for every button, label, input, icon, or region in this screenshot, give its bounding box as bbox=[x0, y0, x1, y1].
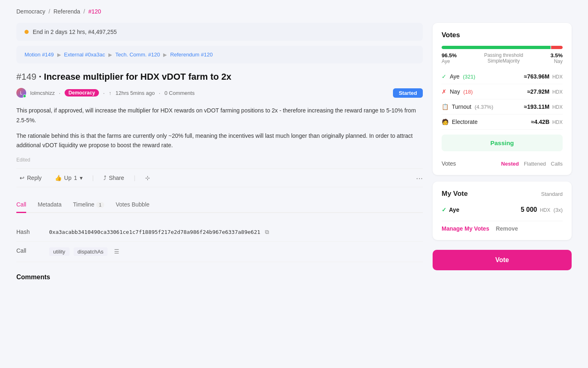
vote-button[interactable]: Vote bbox=[433, 250, 572, 270]
tab-bar: Call Metadata Timeline1 Votes Bubble bbox=[16, 197, 423, 213]
chain-breadcrumb: Motion #149 ▶ External #0xa3ac ▶ Tech. C… bbox=[16, 46, 423, 63]
nay-count: (18) bbox=[463, 89, 473, 95]
aye-amount: ≈763.96M bbox=[524, 73, 550, 80]
aye-pct: 96.5% bbox=[442, 52, 457, 58]
electorate-vote-row: 🧑 Electorate ≈4.42B HDX bbox=[442, 114, 563, 130]
sidebar: Votes 96.5% Aye Passing thre bbox=[433, 23, 572, 270]
breadcrumb: Democracy / Referenda / #120 bbox=[16, 8, 572, 15]
nay-x-icon: ✗ bbox=[442, 88, 447, 95]
drag-handle[interactable]: ⊹ bbox=[142, 173, 153, 183]
votes-tab-nested[interactable]: Nested bbox=[501, 161, 519, 167]
vote-bar-aye bbox=[442, 46, 550, 49]
time-ago: 12hrs 5mins ago bbox=[115, 90, 155, 96]
electorate-currency: HDX bbox=[552, 119, 563, 125]
turnout-amount: ≈193.11M bbox=[524, 103, 550, 110]
manage-my-votes-button[interactable]: Manage My Votes bbox=[442, 225, 489, 232]
chain-referendum[interactable]: Referendum #120 bbox=[170, 52, 213, 58]
my-vote-multiplier: (3x) bbox=[554, 207, 563, 213]
chain-motion[interactable]: Motion #149 bbox=[25, 52, 54, 58]
nay-pct: 3.5% bbox=[550, 52, 563, 58]
tag-utility: utility bbox=[49, 247, 70, 256]
threshold-type: SimpleMajority bbox=[484, 58, 523, 64]
reply-button[interactable]: ↩ Reply bbox=[16, 173, 45, 183]
votes-tab-flattened[interactable]: Flattened bbox=[524, 161, 546, 167]
list-icon: ☰ bbox=[114, 248, 119, 255]
threshold-label: Passing threshold bbox=[484, 52, 523, 58]
timer-text: End in 2 days 12 hrs, #4,497,255 bbox=[33, 29, 117, 35]
tab-votes-bubble[interactable]: Votes Bubble bbox=[116, 197, 150, 213]
content-area: End in 2 days 12 hrs, #4,497,255 Motion … bbox=[16, 23, 423, 281]
my-vote-card: My Vote Standard ✓ Aye 5 000 HDX (3x) Ma bbox=[433, 182, 572, 240]
passing-banner: Passing bbox=[442, 135, 563, 151]
votes-footer-label: Votes bbox=[442, 160, 456, 167]
standard-label: Standard bbox=[541, 191, 563, 197]
my-vote-row: ✓ Aye 5 000 HDX (3x) bbox=[442, 204, 563, 216]
tab-metadata[interactable]: Metadata bbox=[38, 197, 61, 213]
thumbsup-icon: 👍 bbox=[55, 175, 62, 181]
category-badge: Democracy bbox=[65, 89, 99, 96]
hash-label: Hash bbox=[16, 223, 49, 242]
turnout-currency: HDX bbox=[552, 104, 563, 110]
nay-amount: ≈27.92M bbox=[527, 88, 549, 95]
proposal-title: #149 · Increase multiplier for HDX vDOT … bbox=[16, 72, 423, 82]
comment-count: 0 Comments bbox=[164, 90, 195, 96]
chevron-down-icon: ▾ bbox=[80, 175, 83, 181]
breadcrumb-democracy[interactable]: Democracy bbox=[16, 8, 45, 15]
status-badge: Started bbox=[393, 88, 423, 98]
more-options-button[interactable]: ··· bbox=[416, 173, 423, 183]
aye-vote-row: ✓ Aye (321) ≈763.96M HDX bbox=[442, 69, 563, 84]
author-name: lolmcshizz bbox=[30, 90, 55, 96]
share-icon: ⤴ bbox=[103, 175, 106, 181]
turnout-vote-row: 📋 Turnout (4.37%) ≈193.11M HDX bbox=[442, 99, 563, 114]
hash-value: 0xa3acabb3410490ca33061ce1c7f18895f217e2… bbox=[49, 229, 260, 235]
nay-currency: HDX bbox=[552, 89, 563, 95]
timer-banner: End in 2 days 12 hrs, #4,497,255 bbox=[16, 23, 423, 41]
remove-vote-button[interactable]: Remove bbox=[496, 225, 518, 232]
breadcrumb-referenda[interactable]: Referenda bbox=[54, 8, 80, 15]
votes-card: Votes 96.5% Aye Passing thre bbox=[433, 23, 572, 175]
tab-timeline[interactable]: Timeline1 bbox=[73, 197, 105, 213]
copy-hash-button[interactable]: ⧉ bbox=[265, 229, 269, 236]
share-button[interactable]: ⤴ Share bbox=[100, 173, 127, 183]
votes-tab-calls[interactable]: Calls bbox=[551, 161, 563, 167]
action-bar: ↩ Reply 👍 Up 1 ▾ | ⤴ Share | ⊹ · bbox=[16, 168, 423, 187]
chain-external[interactable]: External #0xa3ac bbox=[64, 52, 105, 58]
tab-call[interactable]: Call bbox=[16, 197, 26, 213]
edited-label: Edited bbox=[16, 157, 423, 163]
aye-count: (321) bbox=[463, 74, 475, 80]
turnout-label: Turnout bbox=[452, 103, 471, 110]
nay-label: Nay bbox=[550, 58, 563, 64]
vote-bar bbox=[442, 46, 563, 49]
nay-vote-row: ✗ Nay (18) ≈27.92M HDX bbox=[442, 84, 563, 99]
trend-icon: ↑ bbox=[109, 90, 112, 96]
aye-vote-label: Aye bbox=[450, 73, 460, 80]
reply-icon: ↩ bbox=[20, 175, 25, 181]
electorate-label: Electorate bbox=[452, 119, 478, 125]
my-vote-header: My Vote Standard bbox=[442, 190, 563, 198]
chain-tech-comm[interactable]: Tech. Comm. #120 bbox=[115, 52, 160, 58]
verified-dot bbox=[23, 94, 26, 98]
timer-dot bbox=[25, 30, 29, 34]
my-vote-amount: 5 000 bbox=[521, 206, 537, 213]
call-detail-table: Hash 0xa3acabb3410490ca33061ce1c7f18895f… bbox=[16, 223, 423, 262]
votes-title: Votes bbox=[442, 31, 563, 39]
votes-footer: Votes Nested Flattened Calls bbox=[442, 157, 563, 167]
aye-label: Aye bbox=[442, 58, 457, 64]
upvote-button[interactable]: 👍 Up 1 ▾ bbox=[52, 173, 86, 183]
my-vote-check-icon: ✓ bbox=[442, 206, 447, 213]
turnout-pct: (4.37%) bbox=[475, 104, 494, 110]
vote-bar-wrapper: 96.5% Aye Passing threshold SimpleMajori… bbox=[442, 46, 563, 64]
electorate-amount: ≈4.42B bbox=[531, 119, 550, 125]
vote-bar-labels: 96.5% Aye Passing threshold SimpleMajori… bbox=[442, 52, 563, 64]
nay-vote-label: Nay bbox=[450, 88, 460, 95]
turnout-doc-icon: 📋 bbox=[442, 103, 449, 110]
votes-tabs: Nested Flattened Calls bbox=[501, 161, 563, 167]
aye-check-icon: ✓ bbox=[442, 73, 447, 80]
breadcrumb-current: #120 bbox=[88, 8, 101, 15]
my-vote-currency: HDX bbox=[540, 207, 550, 213]
comments-title: Comments bbox=[16, 274, 423, 281]
my-vote-aye: ✓ Aye bbox=[442, 206, 459, 213]
move-icon: ⊹ bbox=[145, 175, 150, 181]
tag-dispatch: dispatchAs bbox=[74, 247, 108, 256]
proposal-meta: L lolmcshizz · Democracy · ↑ 12hrs 5mins… bbox=[16, 88, 423, 98]
